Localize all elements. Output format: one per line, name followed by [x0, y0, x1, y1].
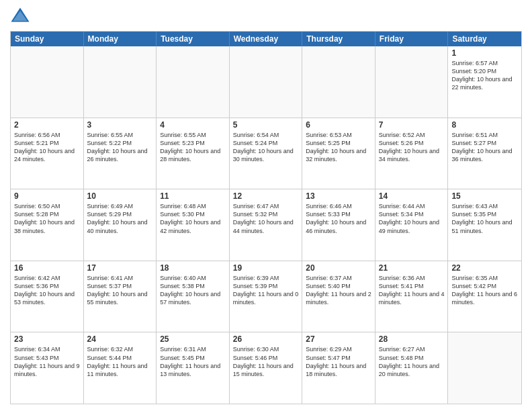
calendar-row-4: 23Sunrise: 6:34 AM Sunset: 5:43 PM Dayli…	[11, 332, 521, 404]
day-cell-25: 25Sunrise: 6:31 AM Sunset: 5:45 PM Dayli…	[157, 332, 230, 404]
calendar: SundayMondayTuesdayWednesdayThursdayFrid…	[10, 31, 522, 404]
day-info: Sunrise: 6:53 AM Sunset: 5:25 PM Dayligh…	[306, 131, 371, 164]
day-cell-8: 8Sunrise: 6:51 AM Sunset: 5:27 PM Daylig…	[448, 118, 521, 189]
day-info: Sunrise: 6:55 AM Sunset: 5:23 PM Dayligh…	[160, 131, 226, 164]
day-info: Sunrise: 6:43 AM Sunset: 5:35 PM Dayligh…	[451, 202, 518, 235]
day-cell-5: 5Sunrise: 6:54 AM Sunset: 5:24 PM Daylig…	[230, 118, 303, 189]
day-number: 18	[160, 263, 226, 273]
day-info: Sunrise: 6:49 AM Sunset: 5:29 PM Dayligh…	[87, 202, 153, 235]
day-number: 13	[306, 191, 371, 201]
day-info: Sunrise: 6:36 AM Sunset: 5:41 PM Dayligh…	[379, 274, 445, 307]
empty-cell	[375, 46, 449, 118]
day-cell-6: 6Sunrise: 6:53 AM Sunset: 5:25 PM Daylig…	[302, 118, 375, 189]
day-cell-1: 1Sunrise: 6:57 AM Sunset: 5:20 PM Daylig…	[448, 46, 521, 118]
day-number: 20	[306, 263, 371, 273]
calendar-row-0: 1Sunrise: 6:57 AM Sunset: 5:20 PM Daylig…	[11, 46, 521, 118]
weekday-header-thursday: Thursday	[302, 32, 375, 46]
day-cell-11: 11Sunrise: 6:48 AM Sunset: 5:30 PM Dayli…	[157, 189, 230, 261]
day-cell-16: 16Sunrise: 6:42 AM Sunset: 5:36 PM Dayli…	[11, 261, 84, 332]
day-info: Sunrise: 6:27 AM Sunset: 5:48 PM Dayligh…	[379, 345, 445, 378]
day-cell-19: 19Sunrise: 6:39 AM Sunset: 5:39 PM Dayli…	[230, 261, 303, 332]
day-info: Sunrise: 6:41 AM Sunset: 5:37 PM Dayligh…	[87, 274, 153, 307]
day-info: Sunrise: 6:35 AM Sunset: 5:42 PM Dayligh…	[451, 274, 518, 307]
day-cell-18: 18Sunrise: 6:40 AM Sunset: 5:38 PM Dayli…	[157, 261, 230, 332]
day-cell-20: 20Sunrise: 6:37 AM Sunset: 5:40 PM Dayli…	[302, 261, 375, 332]
day-number: 8	[451, 120, 518, 130]
day-number: 16	[14, 263, 80, 273]
day-info: Sunrise: 6:51 AM Sunset: 5:27 PM Dayligh…	[451, 131, 518, 164]
day-number: 17	[87, 263, 153, 273]
day-number: 15	[451, 191, 518, 201]
day-info: Sunrise: 6:55 AM Sunset: 5:22 PM Dayligh…	[87, 131, 153, 164]
weekday-header-tuesday: Tuesday	[157, 32, 230, 46]
day-number: 26	[233, 334, 299, 344]
day-number: 2	[14, 120, 80, 130]
empty-cell	[448, 332, 521, 404]
day-cell-4: 4Sunrise: 6:55 AM Sunset: 5:23 PM Daylig…	[157, 118, 230, 189]
day-cell-27: 27Sunrise: 6:29 AM Sunset: 5:47 PM Dayli…	[302, 332, 375, 404]
day-info: Sunrise: 6:48 AM Sunset: 5:30 PM Dayligh…	[160, 202, 226, 235]
day-cell-26: 26Sunrise: 6:30 AM Sunset: 5:46 PM Dayli…	[230, 332, 303, 404]
day-info: Sunrise: 6:37 AM Sunset: 5:40 PM Dayligh…	[306, 274, 371, 307]
day-number: 28	[379, 334, 445, 344]
day-number: 5	[233, 120, 299, 130]
day-info: Sunrise: 6:34 AM Sunset: 5:43 PM Dayligh…	[14, 345, 80, 378]
day-info: Sunrise: 6:44 AM Sunset: 5:34 PM Dayligh…	[379, 202, 445, 235]
empty-cell	[302, 46, 375, 118]
day-cell-3: 3Sunrise: 6:55 AM Sunset: 5:22 PM Daylig…	[84, 118, 157, 189]
day-number: 14	[379, 191, 445, 201]
day-info: Sunrise: 6:31 AM Sunset: 5:45 PM Dayligh…	[160, 345, 226, 378]
day-info: Sunrise: 6:47 AM Sunset: 5:32 PM Dayligh…	[233, 202, 299, 235]
day-number: 1	[451, 48, 518, 58]
day-number: 24	[87, 334, 153, 344]
day-number: 19	[233, 263, 299, 273]
day-cell-24: 24Sunrise: 6:32 AM Sunset: 5:44 PM Dayli…	[84, 332, 157, 404]
logo-icon	[10, 7, 30, 27]
day-number: 23	[14, 334, 80, 344]
empty-cell	[157, 46, 230, 118]
day-cell-14: 14Sunrise: 6:44 AM Sunset: 5:34 PM Dayli…	[375, 189, 449, 261]
day-info: Sunrise: 6:46 AM Sunset: 5:33 PM Dayligh…	[306, 202, 371, 235]
day-number: 21	[379, 263, 445, 273]
day-info: Sunrise: 6:57 AM Sunset: 5:20 PM Dayligh…	[451, 59, 518, 92]
calendar-row-2: 9Sunrise: 6:50 AM Sunset: 5:28 PM Daylig…	[11, 189, 521, 261]
weekday-header-sunday: Sunday	[11, 32, 84, 46]
day-info: Sunrise: 6:32 AM Sunset: 5:44 PM Dayligh…	[87, 345, 153, 378]
day-number: 4	[160, 120, 226, 130]
weekday-header-saturday: Saturday	[448, 32, 521, 46]
day-info: Sunrise: 6:50 AM Sunset: 5:28 PM Dayligh…	[14, 202, 80, 235]
logo	[10, 7, 33, 27]
calendar-header: SundayMondayTuesdayWednesdayThursdayFrid…	[11, 32, 521, 46]
day-cell-7: 7Sunrise: 6:52 AM Sunset: 5:26 PM Daylig…	[375, 118, 449, 189]
day-cell-10: 10Sunrise: 6:49 AM Sunset: 5:29 PM Dayli…	[84, 189, 157, 261]
calendar-body: 1Sunrise: 6:57 AM Sunset: 5:20 PM Daylig…	[11, 46, 521, 404]
day-info: Sunrise: 6:29 AM Sunset: 5:47 PM Dayligh…	[306, 345, 371, 378]
day-cell-23: 23Sunrise: 6:34 AM Sunset: 5:43 PM Dayli…	[11, 332, 84, 404]
day-cell-28: 28Sunrise: 6:27 AM Sunset: 5:48 PM Dayli…	[375, 332, 449, 404]
day-info: Sunrise: 6:42 AM Sunset: 5:36 PM Dayligh…	[14, 274, 80, 307]
day-cell-22: 22Sunrise: 6:35 AM Sunset: 5:42 PM Dayli…	[448, 261, 521, 332]
page: SundayMondayTuesdayWednesdayThursdayFrid…	[0, 0, 532, 411]
day-number: 22	[451, 263, 518, 273]
day-info: Sunrise: 6:39 AM Sunset: 5:39 PM Dayligh…	[233, 274, 299, 307]
day-cell-13: 13Sunrise: 6:46 AM Sunset: 5:33 PM Dayli…	[302, 189, 375, 261]
day-info: Sunrise: 6:40 AM Sunset: 5:38 PM Dayligh…	[160, 274, 226, 307]
day-info: Sunrise: 6:52 AM Sunset: 5:26 PM Dayligh…	[379, 131, 445, 164]
day-cell-15: 15Sunrise: 6:43 AM Sunset: 5:35 PM Dayli…	[448, 189, 521, 261]
day-number: 11	[160, 191, 226, 201]
weekday-header-wednesday: Wednesday	[230, 32, 303, 46]
weekday-header-friday: Friday	[375, 32, 449, 46]
day-number: 7	[379, 120, 445, 130]
day-info: Sunrise: 6:30 AM Sunset: 5:46 PM Dayligh…	[233, 345, 299, 378]
day-cell-12: 12Sunrise: 6:47 AM Sunset: 5:32 PM Dayli…	[230, 189, 303, 261]
empty-cell	[84, 46, 157, 118]
calendar-row-1: 2Sunrise: 6:56 AM Sunset: 5:21 PM Daylig…	[11, 118, 521, 189]
day-info: Sunrise: 6:54 AM Sunset: 5:24 PM Dayligh…	[233, 131, 299, 164]
weekday-header-monday: Monday	[84, 32, 157, 46]
day-number: 6	[306, 120, 371, 130]
day-cell-2: 2Sunrise: 6:56 AM Sunset: 5:21 PM Daylig…	[11, 118, 84, 189]
day-number: 12	[233, 191, 299, 201]
day-number: 10	[87, 191, 153, 201]
empty-cell	[230, 46, 303, 118]
day-number: 9	[14, 191, 80, 201]
